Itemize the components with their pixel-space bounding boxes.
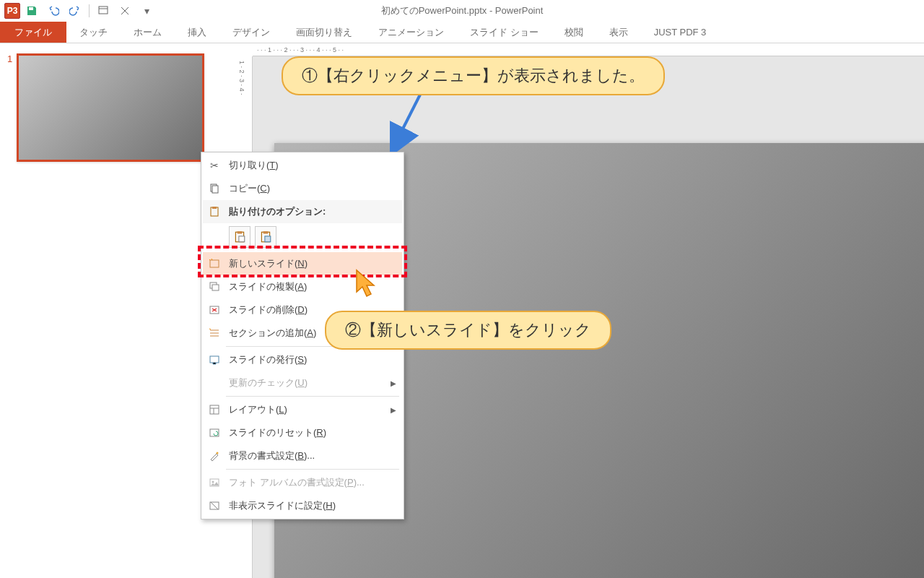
submenu-arrow-icon: ▶	[391, 406, 396, 414]
separator	[89, 4, 90, 17]
app-icon[interactable]: P3	[4, 3, 20, 19]
menu-check-updates: 更新のチェック(U) ▶	[203, 371, 402, 394]
layout-icon	[207, 402, 222, 417]
svg-rect-0	[99, 7, 108, 14]
svg-rect-10	[265, 236, 271, 242]
svg-rect-9	[263, 231, 269, 233]
menu-separator	[226, 396, 399, 397]
menu-label: 非表示スライドに設定(H)	[229, 499, 396, 512]
cut-icon: ✂	[207, 158, 222, 173]
redo-icon[interactable]	[65, 1, 85, 20]
paste-option-1[interactable]	[229, 226, 250, 248]
callout-2: ②【新しいスライド】をクリック	[325, 311, 611, 350]
thumbnail-pane[interactable]: 1	[0, 43, 231, 578]
menu-photo-album: フォト アルバムの書式設定(P)...	[203, 471, 402, 494]
menu-label: レイアウト(L)	[229, 403, 383, 416]
svg-rect-4	[212, 207, 217, 209]
save-icon[interactable]	[22, 1, 42, 20]
paste-option-2[interactable]	[255, 226, 276, 248]
tab-touch[interactable]: タッチ	[66, 22, 121, 43]
menu-label: 背景の書式設定(B)...	[229, 449, 396, 462]
paste-options-row	[203, 223, 402, 252]
publish-icon	[207, 353, 222, 367]
menu-separator	[226, 469, 399, 470]
tab-insert[interactable]: 挿入	[175, 22, 219, 43]
reset-icon	[207, 426, 222, 440]
tab-transitions[interactable]: 画面切り替え	[283, 22, 365, 43]
svg-rect-16	[210, 405, 219, 414]
svg-rect-11	[210, 260, 219, 267]
submenu-arrow-icon: ▶	[391, 379, 396, 387]
menu-reset-slide[interactable]: スライドのリセット(R)	[203, 421, 402, 444]
menu-hide-slide[interactable]: 非表示スライドに設定(H)	[203, 494, 402, 517]
svg-point-20	[212, 481, 214, 483]
menu-copy[interactable]: コピー(C)	[203, 177, 402, 200]
svg-rect-7	[239, 236, 245, 242]
qa-dropdown-icon[interactable]: ▾	[136, 1, 157, 20]
menu-format-background[interactable]: 背景の書式設定(B)...	[203, 444, 402, 467]
cursor-icon	[354, 269, 380, 301]
tab-justpdf[interactable]: JUST PDF 3	[641, 22, 720, 43]
svg-rect-6	[237, 231, 243, 233]
svg-line-22	[396, 90, 422, 143]
menu-label: 更新のチェック(U)	[229, 376, 383, 389]
new-slide-icon	[207, 256, 222, 271]
menu-cut[interactable]: ✂ 切り取り(T)	[203, 154, 402, 177]
menu-label: スライドの発行(S)	[229, 353, 396, 366]
format-bg-icon	[207, 449, 222, 463]
menu-label: フォト アルバムの書式設定(P)...	[229, 476, 396, 489]
slide-thumbnail-wrap: 1	[7, 53, 224, 162]
slide-thumbnail-1[interactable]	[17, 53, 204, 162]
horizontal-ruler: · · · 1 · · · 2 · · · 3 · · · 4 · · · 5 …	[253, 43, 924, 56]
tab-design[interactable]: デザイン	[219, 22, 283, 43]
quick-access-toolbar: P3 ▾	[0, 1, 157, 20]
svg-rect-2	[212, 186, 218, 193]
blank-icon	[207, 376, 222, 390]
tab-file[interactable]: ファイル	[0, 22, 66, 43]
slide-number: 1	[7, 53, 12, 162]
copy-icon	[207, 181, 222, 196]
menu-label: スライドのリセット(R)	[229, 426, 396, 439]
tab-review[interactable]: 校閲	[552, 22, 596, 43]
menu-paste-header: 貼り付けのオプション:	[203, 200, 402, 223]
delete-icon	[207, 303, 222, 317]
menu-label: 貼り付けのオプション:	[229, 205, 396, 218]
section-icon	[207, 326, 222, 340]
window-title: 初めてのPowerPoint.pptx - PowerPoint	[381, 4, 544, 17]
tab-animations[interactable]: アニメーション	[365, 22, 457, 43]
callout-1: ①【右クリックメニュー】が表示されました。	[282, 56, 665, 95]
hide-slide-icon	[207, 499, 222, 513]
arrow-annotation	[390, 87, 433, 152]
duplicate-icon	[207, 280, 222, 294]
menu-label: 切り取り(T)	[229, 159, 396, 172]
menu-publish-slides[interactable]: スライドの発行(S)	[203, 348, 402, 371]
ribbon-tabs: ファイル タッチ ホーム 挿入 デザイン 画面切り替え アニメーション スライド…	[0, 22, 924, 43]
svg-rect-13	[212, 285, 219, 290]
qa-extra1-icon[interactable]	[93, 1, 113, 20]
menu-layout[interactable]: レイアウト(L) ▶	[203, 398, 402, 421]
paste-icon	[207, 204, 222, 219]
tab-view[interactable]: 表示	[596, 22, 641, 43]
tab-slideshow[interactable]: スライド ショー	[457, 22, 552, 43]
qa-extra2-icon[interactable]	[115, 1, 135, 20]
title-bar: P3 ▾ 初めてのPowerPoint.pptx - PowerPoint	[0, 0, 924, 22]
undo-icon[interactable]	[43, 1, 64, 20]
photo-album-icon	[207, 475, 222, 490]
menu-label: コピー(C)	[229, 182, 396, 195]
tab-home[interactable]: ホーム	[121, 22, 175, 43]
svg-point-18	[217, 452, 219, 454]
svg-rect-15	[210, 356, 219, 363]
